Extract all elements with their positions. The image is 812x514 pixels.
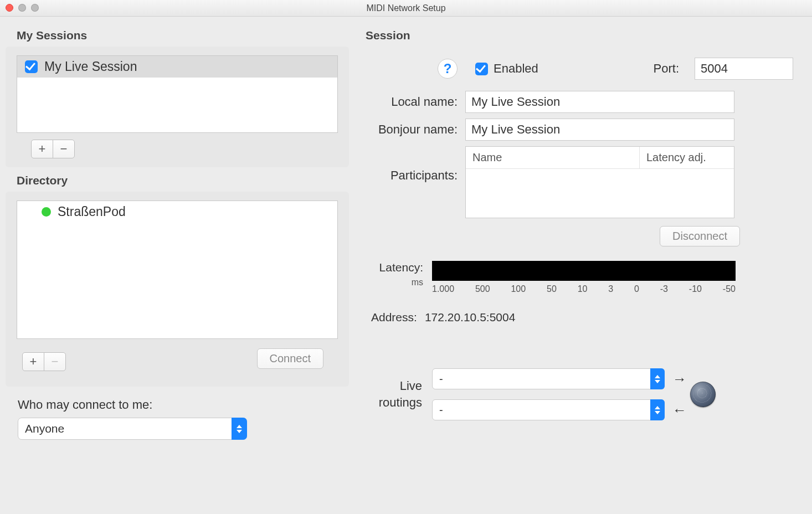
select-stepper-icon	[232, 418, 247, 440]
latency-unit: ms	[366, 277, 432, 287]
live-routings-label: Live routings	[366, 378, 432, 411]
who-may-connect-label: Who may connect to me:	[0, 387, 354, 418]
address-label: Address:	[371, 311, 417, 324]
local-name-label: Local name:	[366, 95, 465, 109]
latency-ticks: 1.000 500 100 50 10 3 0 -3 -10 -50	[432, 284, 736, 294]
enabled-label: Enabled	[494, 61, 538, 76]
remove-directory-button: −	[44, 352, 66, 371]
checkbox-icon[interactable]	[25, 60, 38, 73]
tick: 0	[634, 284, 639, 294]
address-value: 172.20.10.5:5004	[425, 311, 516, 324]
participants-label: Participants:	[366, 146, 465, 183]
directory-peer-name: StraßenPod	[58, 204, 126, 219]
tick: 50	[547, 284, 557, 294]
select-stepper-icon	[650, 399, 665, 420]
routing-out-value: -	[439, 373, 443, 386]
routings-label-line1: Live	[366, 378, 422, 394]
tick: 1.000	[432, 284, 454, 294]
zoom-window-icon	[31, 4, 39, 12]
online-status-icon	[42, 207, 51, 217]
routings-label-line2: routings	[366, 394, 422, 411]
session-header: Session	[360, 22, 805, 47]
participants-header: Name Latency adj.	[466, 147, 734, 169]
participants-table[interactable]: Name Latency adj.	[465, 146, 734, 218]
tick: -50	[723, 284, 736, 294]
routing-in-value: -	[439, 404, 443, 417]
tick: -10	[689, 284, 702, 294]
sessions-list[interactable]: My Live Session	[17, 55, 338, 133]
remove-session-button[interactable]: −	[53, 140, 75, 158]
who-may-connect-value: Anyone	[25, 422, 64, 435]
help-button[interactable]: ?	[438, 59, 458, 79]
tick: 10	[578, 284, 588, 294]
add-session-button[interactable]: +	[31, 140, 53, 158]
participants-col-name[interactable]: Name	[466, 147, 640, 168]
port-label: Port:	[654, 61, 679, 76]
right-pane: Session ? Enabled Port: Local name: Bonj…	[354, 17, 812, 514]
enabled-checkbox[interactable]	[475, 63, 488, 75]
arrow-left-icon: ←	[672, 402, 687, 419]
session-name: My Live Session	[44, 59, 137, 74]
window-title: MIDI Network Setup	[366, 3, 445, 13]
bonjour-name-label: Bonjour name:	[366, 122, 465, 137]
disconnect-button: Disconnect	[660, 226, 740, 246]
directory-list[interactable]: StraßenPod	[17, 201, 338, 339]
arrow-right-icon: →	[672, 371, 687, 388]
minus-icon: −	[60, 142, 68, 156]
who-may-connect-select[interactable]: Anyone	[18, 418, 247, 440]
minimize-window-icon	[18, 4, 26, 12]
bonjour-name-input[interactable]	[465, 119, 734, 141]
routing-out-select[interactable]: -	[432, 368, 665, 389]
tick: 3	[608, 284, 613, 294]
plus-icon: +	[39, 142, 46, 156]
port-input[interactable]	[695, 58, 793, 80]
titlebar: MIDI Network Setup	[0, 0, 812, 17]
session-row[interactable]: My Live Session	[17, 56, 337, 78]
local-name-input[interactable]	[465, 91, 734, 113]
minus-icon: −	[52, 354, 59, 369]
directory-row[interactable]: StraßenPod	[17, 201, 337, 223]
close-window-icon[interactable]	[6, 4, 13, 12]
tick: 100	[511, 284, 526, 294]
connect-button: Connect	[257, 348, 324, 369]
latency-label: Latency:	[366, 261, 432, 274]
plus-icon: +	[30, 354, 37, 369]
tick: -3	[660, 284, 668, 294]
network-globe-icon	[690, 382, 716, 407]
participants-col-latency[interactable]: Latency adj.	[640, 147, 734, 168]
latency-meter	[432, 261, 736, 281]
help-icon: ?	[444, 61, 452, 76]
left-pane: My Sessions My Live Session + − Director…	[0, 17, 354, 514]
routing-in-select[interactable]: -	[432, 399, 665, 420]
tick: 500	[475, 284, 490, 294]
my-sessions-header: My Sessions	[0, 22, 354, 47]
select-stepper-icon	[650, 368, 665, 389]
directory-header: Directory	[0, 167, 354, 192]
add-directory-button[interactable]: +	[22, 352, 44, 371]
traffic-lights	[6, 4, 39, 12]
